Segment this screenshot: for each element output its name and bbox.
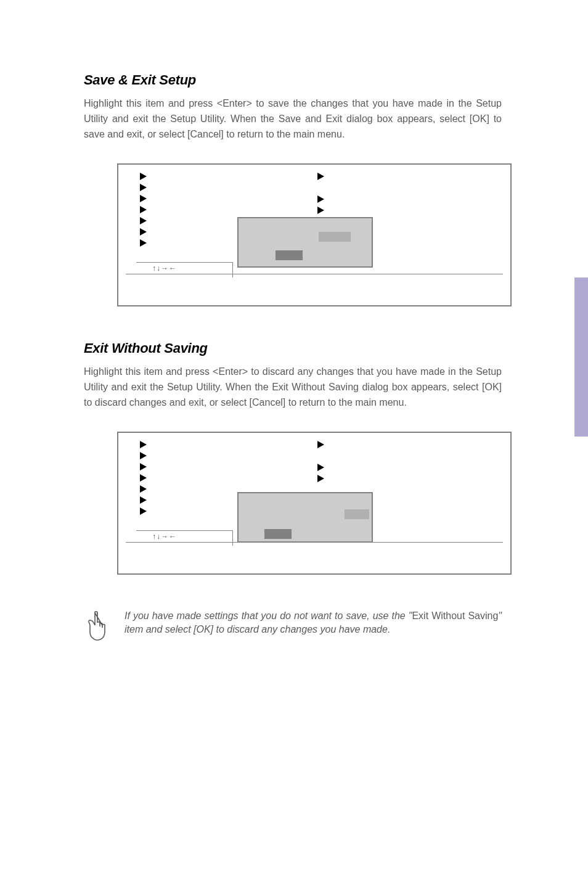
note-part1: If you have made settings that you do no…: [125, 610, 412, 621]
bios-screenshot-save-exit: ↑↓→←: [117, 163, 512, 306]
dialog-button: [264, 529, 292, 539]
menu-arrow-icon: [140, 452, 147, 459]
menu-arrow-icon: [140, 228, 147, 236]
note-nonitalic: Exit Without Saving: [412, 610, 498, 621]
paragraph-save-exit: Highlight this item and press <Enter> to…: [84, 96, 502, 142]
menu-arrow-icon: [140, 184, 147, 191]
menu-arrow-icon: [140, 441, 147, 448]
menu-arrow-icon: [317, 207, 324, 214]
menu-arrow-icon: [140, 173, 147, 180]
note-text: If you have made settings that you do no…: [125, 609, 502, 636]
dialog-button: [319, 232, 351, 242]
menu-arrow-icon: [140, 507, 147, 515]
heading-save-exit: Save & Exit Setup: [84, 72, 502, 88]
menu-arrow-icon: [317, 441, 324, 448]
bios-footer: [126, 542, 503, 566]
menu-arrow-icon: [140, 485, 147, 493]
menu-arrow-icon: [140, 217, 147, 224]
menu-arrow-icon: [140, 496, 147, 504]
menu-arrow-icon: [140, 239, 147, 247]
menu-arrow-icon: [317, 173, 324, 180]
dialog-button: [276, 250, 303, 260]
menu-arrow-icon: [140, 463, 147, 470]
paragraph-exit-without-saving: Highlight this item and press <Enter> to…: [84, 364, 502, 410]
heading-exit-without-saving: Exit Without Saving: [84, 340, 502, 356]
bios-screenshot-exit-without-saving: ↑↓→←: [117, 432, 512, 575]
menu-arrow-icon: [317, 195, 324, 203]
bios-dialog-save: [237, 217, 373, 268]
menu-arrow-icon: [140, 474, 147, 482]
menu-arrow-icon: [317, 475, 324, 482]
page-tab: [574, 277, 588, 437]
bios-dialog-quit: [237, 492, 373, 543]
bios-footer: [126, 274, 503, 298]
menu-arrow-icon: [140, 206, 147, 213]
note-block: If you have made settings that you do no…: [84, 609, 502, 644]
menu-arrow-icon: [140, 195, 147, 202]
dialog-button: [345, 509, 369, 519]
menu-arrow-icon: [317, 464, 324, 471]
pointing-hand-icon: [84, 609, 113, 644]
page-content: Save & Exit Setup Highlight this item an…: [0, 0, 588, 644]
